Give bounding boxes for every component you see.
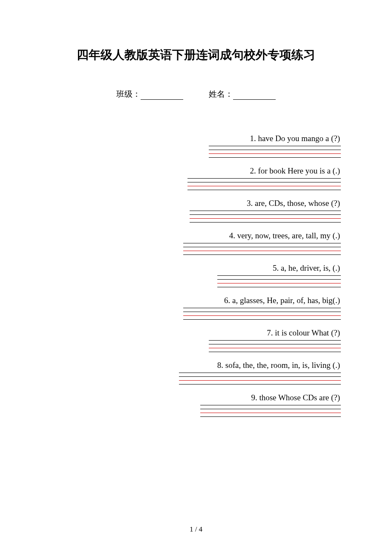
answer-line	[209, 344, 341, 346]
answer-lines[interactable]	[179, 373, 341, 388]
student-fields: 班级： 姓名：	[51, 89, 341, 100]
answer-line	[183, 315, 341, 317]
answer-line	[187, 186, 341, 188]
worksheet-page: 四年级人教版英语下册连词成句校外专项练习 班级： 姓名： 1. have Do …	[0, 0, 392, 451]
answer-line	[200, 413, 341, 414]
answer-line	[209, 150, 341, 151]
answer-line	[179, 376, 341, 378]
answer-line	[209, 146, 341, 147]
answer-line	[183, 308, 341, 309]
answer-line	[209, 157, 341, 159]
answer-line	[183, 319, 341, 321]
question-item: 9. those Whose CDs are (?)	[51, 393, 341, 422]
answer-line	[190, 214, 341, 216]
answer-lines[interactable]	[209, 146, 341, 161]
answer-lines[interactable]	[183, 308, 341, 323]
page-title: 四年级人教版英语下册连词成句校外专项练习	[51, 47, 341, 63]
question-text: 8. sofa, the, the, room, in, is, living …	[51, 361, 341, 370]
answer-line	[209, 352, 341, 353]
answer-line	[179, 373, 341, 374]
question-text: 5. a, he, driver, is, (.)	[51, 263, 341, 273]
answer-line	[187, 182, 341, 184]
question-item: 3. are, CDs, those, whose (?)	[51, 199, 341, 228]
answer-line	[183, 243, 341, 245]
question-text: 3. are, CDs, those, whose (?)	[51, 199, 341, 208]
question-text: 9. those Whose CDs are (?)	[51, 393, 341, 402]
questions-container: 1. have Do you mango a (?)2. for book He…	[51, 134, 341, 425]
answer-line	[209, 153, 341, 155]
name-blank[interactable]	[233, 92, 276, 100]
answer-line	[179, 384, 341, 386]
answer-line	[209, 340, 341, 342]
question-text: 1. have Do you mango a (?)	[51, 134, 341, 143]
question-item: 2. for book Here you is a (.)	[51, 166, 341, 195]
answer-line	[183, 254, 341, 256]
class-blank[interactable]	[141, 92, 183, 100]
question-text: 7. it is colour What (?)	[51, 328, 341, 338]
answer-line	[187, 178, 341, 180]
name-label: 姓名：	[209, 89, 233, 100]
answer-lines[interactable]	[217, 275, 341, 291]
question-item: 7. it is colour What (?)	[51, 328, 341, 357]
question-text: 2. for book Here you is a (.)	[51, 166, 341, 176]
answer-line	[183, 312, 341, 313]
question-text: 6. a, glasses, He, pair, of, has, big(.)	[51, 296, 341, 305]
answer-line	[179, 380, 341, 382]
class-label: 班级：	[116, 89, 141, 100]
answer-line	[190, 222, 341, 224]
answer-line	[190, 218, 341, 220]
page-number: 1 / 4	[0, 525, 392, 534]
answer-line	[200, 416, 341, 418]
answer-line	[187, 190, 341, 191]
answer-lines[interactable]	[200, 405, 341, 420]
question-text: 4. very, now, trees, are, tall, my (.)	[51, 231, 341, 240]
answer-line	[183, 251, 341, 252]
answer-line	[217, 279, 341, 281]
question-item: 1. have Do you mango a (?)	[51, 134, 341, 163]
answer-line	[190, 211, 341, 212]
answer-line	[217, 283, 341, 285]
answer-lines[interactable]	[190, 211, 341, 226]
question-item: 8. sofa, the, the, room, in, is, living …	[51, 361, 341, 390]
answer-line	[183, 247, 341, 249]
answer-line	[200, 409, 341, 410]
answer-line	[209, 348, 341, 350]
answer-line	[200, 405, 341, 407]
answer-line	[217, 275, 341, 277]
answer-lines[interactable]	[183, 243, 341, 258]
question-item: 4. very, now, trees, are, tall, my (.)	[51, 231, 341, 260]
answer-lines[interactable]	[187, 178, 341, 194]
answer-line	[217, 287, 341, 289]
answer-lines[interactable]	[209, 340, 341, 356]
question-item: 5. a, he, driver, is, (.)	[51, 263, 341, 292]
question-item: 6. a, glasses, He, pair, of, has, big(.)	[51, 296, 341, 325]
